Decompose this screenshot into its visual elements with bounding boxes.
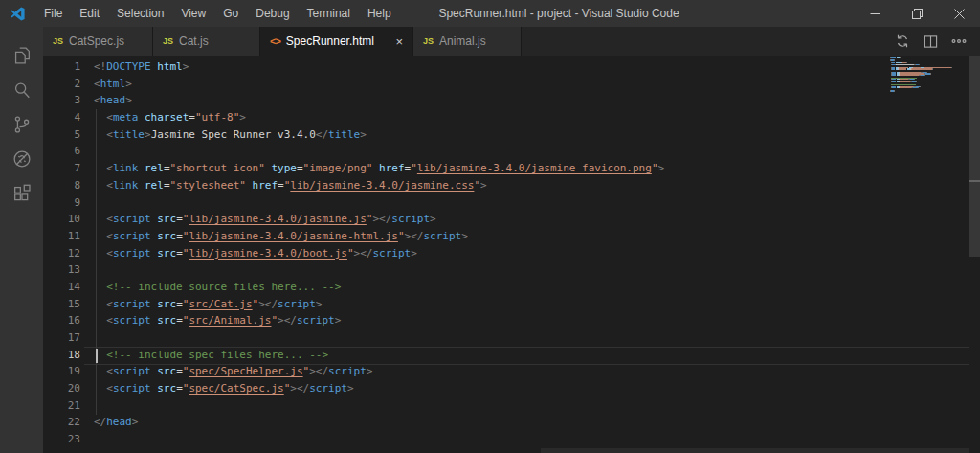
code-text: <!DOCTYPE html>	[94, 58, 189, 76]
code-line[interactable]: 12 <script src="lib/jasmine-3.4.0/boot.j…	[43, 245, 980, 262]
line-number: 22	[43, 414, 80, 431]
code-text: <script src="lib/jasmine-3.4.0/boot.js">…	[94, 245, 417, 262]
line-number: 19	[43, 363, 80, 380]
code-editor[interactable]: 1<!DOCTYPE html>2<html>3<head>4 <meta ch…	[43, 56, 980, 453]
line-number: 20	[43, 380, 80, 397]
minimap[interactable]	[890, 57, 971, 94]
line-number: 8	[43, 177, 80, 194]
line-number: 15	[43, 296, 80, 313]
line-number: 13	[43, 261, 80, 279]
code-text: <!-- include spec files here... -->	[94, 347, 328, 364]
menu-file[interactable]: File	[35, 0, 71, 27]
line-number: 7	[43, 160, 80, 177]
code-text: </head>	[94, 414, 138, 431]
tab-cat-js[interactable]: JSCat.js	[153, 27, 260, 56]
editor-actions	[895, 27, 980, 56]
menu-bar: FileEditSelectionViewGoDebugTerminalHelp	[35, 0, 400, 27]
content-area: JSCatSpec.jsJSCat.js<>SpecRunner.html×JS…	[43, 27, 980, 453]
line-number: 12	[43, 245, 80, 262]
line-number: 6	[43, 143, 80, 160]
code-line[interactable]: 15 <script src="src/Cat.js"></script>	[43, 296, 980, 313]
code-line[interactable]: 9	[43, 194, 980, 212]
js-file-icon: JS	[163, 36, 173, 46]
tabs-container: JSCatSpec.jsJSCat.js<>SpecRunner.html×JS…	[43, 27, 522, 56]
line-number: 16	[43, 312, 80, 329]
line-number: 10	[43, 211, 80, 228]
menu-go[interactable]: Go	[214, 0, 247, 27]
code-line[interactable]: 16 <script src="src/Animal.js"></script>	[43, 312, 980, 329]
title-bar: FileEditSelectionViewGoDebugTerminalHelp…	[0, 0, 980, 27]
activity-extensions-icon[interactable]	[0, 176, 43, 211]
line-number: 21	[43, 397, 80, 415]
tab-animal-js[interactable]: JSAnimal.js	[413, 27, 522, 56]
activity-source-control-icon[interactable]	[0, 107, 43, 142]
restore-button[interactable]	[896, 0, 938, 27]
menu-help[interactable]: Help	[359, 0, 400, 27]
vertical-scrollbar[interactable]	[969, 56, 980, 453]
code-line[interactable]: 10 <script src="lib/jasmine-3.4.0/jasmin…	[43, 211, 980, 228]
tab-catspec-js[interactable]: JSCatSpec.js	[43, 27, 153, 56]
code-line[interactable]: 5 <title>Jasmine Spec Runner v3.4.0</tit…	[43, 126, 980, 144]
code-line[interactable]: 4 <meta charset="utf-8">	[43, 109, 980, 126]
tab-label: SpecRunner.html	[286, 34, 374, 48]
menu-selection[interactable]: Selection	[108, 0, 172, 27]
tab-label: Animal.js	[439, 34, 486, 48]
code-lines: 1<!DOCTYPE html>2<html>3<head>4 <meta ch…	[43, 58, 980, 448]
activity-explorer-icon[interactable]	[0, 38, 43, 73]
menu-edit[interactable]: Edit	[71, 0, 108, 27]
close-window-button[interactable]	[938, 0, 980, 27]
html-file-icon: <>	[270, 35, 280, 47]
code-line[interactable]: 22</head>	[43, 414, 980, 431]
code-line[interactable]: 8 <link rel="stylesheet" href="lib/jasmi…	[43, 177, 980, 194]
code-line[interactable]: 2<html>	[43, 76, 980, 93]
close-tab-icon[interactable]: ×	[388, 35, 403, 48]
line-number: 5	[43, 126, 80, 144]
split-editor-icon[interactable]	[924, 34, 938, 49]
overview-ruler-cursor-marker	[969, 180, 980, 182]
more-actions-icon[interactable]	[951, 34, 967, 49]
line-number: 18	[43, 347, 80, 364]
line-number: 11	[43, 228, 80, 245]
code-text: <script src="lib/jasmine-3.4.0/jasmine.j…	[94, 211, 436, 228]
code-text: <title>Jasmine Spec Runner v3.4.0</title…	[94, 126, 367, 144]
menu-debug[interactable]: Debug	[247, 0, 298, 27]
main-area: JSCatSpec.jsJSCat.js<>SpecRunner.html×JS…	[0, 27, 980, 453]
code-line[interactable]: 19 <script src="spec/SpecHelper.js"></sc…	[43, 363, 980, 380]
code-text: <script src="spec/SpecHelper.js"></scrip…	[94, 363, 372, 380]
line-number: 4	[43, 109, 80, 126]
vscode-window: FileEditSelectionViewGoDebugTerminalHelp…	[0, 0, 980, 453]
open-changes-icon[interactable]	[895, 34, 910, 49]
code-text: <link rel="stylesheet" href="lib/jasmine…	[94, 177, 487, 194]
code-text: <script src="src/Cat.js"></script>	[94, 296, 322, 313]
line-number: 9	[43, 194, 80, 212]
horizontal-scrollbar[interactable]	[541, 448, 969, 453]
vscode-logo-icon	[10, 6, 26, 22]
tab-specrunner-html[interactable]: <>SpecRunner.html×	[260, 27, 413, 56]
code-line[interactable]: 17	[43, 329, 980, 347]
tab-label: CatSpec.js	[69, 34, 124, 48]
code-line[interactable]: 6	[43, 143, 980, 160]
code-line[interactable]: 18 <!-- include spec files here... -->	[43, 347, 980, 364]
code-line[interactable]: 1<!DOCTYPE html>	[43, 58, 980, 76]
scrollbar-slider[interactable]	[969, 56, 980, 257]
text-cursor	[96, 349, 98, 363]
code-line[interactable]: 7 <link rel="shortcut icon" type="image/…	[43, 160, 980, 177]
code-line[interactable]: 23	[43, 431, 980, 448]
activity-bar	[0, 27, 43, 453]
code-text: <head>	[94, 92, 132, 109]
code-line[interactable]: 14 <!-- include source files here... -->	[43, 279, 980, 296]
code-line[interactable]: 13	[43, 261, 980, 279]
code-line[interactable]: 20 <script src="spec/CatSpec.js"></scrip…	[43, 380, 980, 397]
line-number: 2	[43, 76, 80, 93]
code-line[interactable]: 11 <script src="lib/jasmine-3.4.0/jasmin…	[43, 228, 980, 245]
menu-terminal[interactable]: Terminal	[299, 0, 359, 27]
minimize-button[interactable]	[854, 0, 896, 27]
tab-label: Cat.js	[179, 34, 209, 48]
activity-debug-icon[interactable]	[0, 142, 43, 176]
code-line[interactable]: 21	[43, 397, 980, 415]
activity-search-icon[interactable]	[0, 73, 43, 107]
code-line[interactable]: 3<head>	[43, 92, 980, 109]
line-number: 14	[43, 279, 80, 296]
menu-view[interactable]: View	[172, 0, 214, 27]
code-text: <script src="src/Animal.js"></script>	[94, 312, 341, 329]
